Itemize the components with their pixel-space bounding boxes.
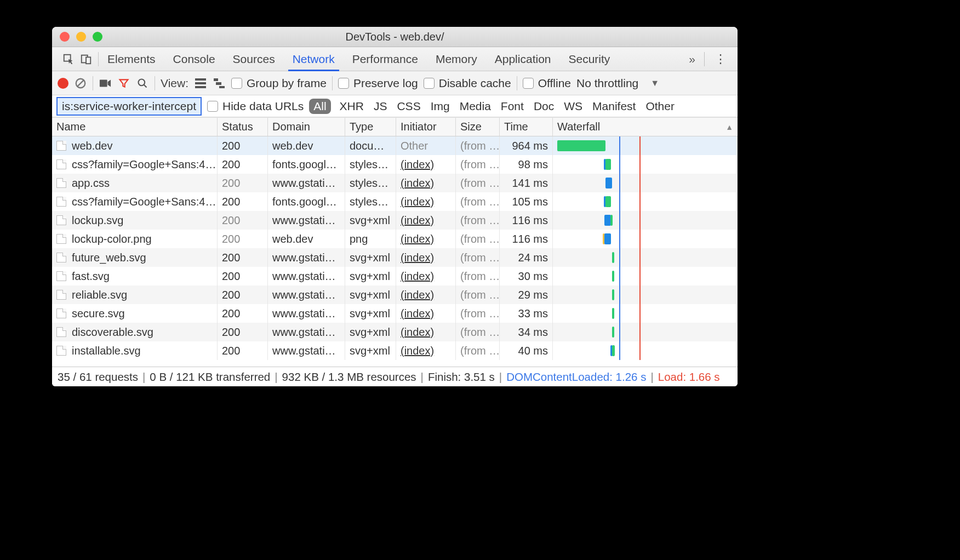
request-initiator[interactable]: (index) bbox=[396, 323, 456, 341]
request-initiator[interactable]: (index) bbox=[396, 267, 456, 285]
clear-icon[interactable] bbox=[74, 77, 87, 90]
col-size[interactable]: Size bbox=[456, 118, 500, 136]
file-icon bbox=[56, 159, 66, 169]
request-initiator[interactable]: (index) bbox=[396, 211, 456, 230]
filter-icon[interactable] bbox=[117, 77, 130, 90]
request-waterfall bbox=[553, 248, 738, 267]
table-row[interactable]: lockup-color.png 200 web.dev png (index)… bbox=[52, 230, 738, 248]
table-row[interactable]: css?family=Google+Sans:4… 200 fonts.goog… bbox=[52, 192, 738, 211]
col-status[interactable]: Status bbox=[218, 118, 268, 136]
divider bbox=[93, 76, 93, 90]
table-row[interactable]: reliable.svg 200 www.gstati… svg+xml (in… bbox=[52, 285, 738, 304]
large-rows-icon[interactable] bbox=[194, 77, 207, 90]
filter-all[interactable]: All bbox=[309, 99, 330, 114]
table-row[interactable]: secure.svg 200 www.gstati… svg+xml (inde… bbox=[52, 304, 738, 323]
group-by-frame-label: Group by frame bbox=[247, 77, 327, 90]
svg-rect-13 bbox=[219, 86, 225, 88]
svg-rect-8 bbox=[195, 78, 206, 81]
file-icon bbox=[56, 308, 66, 318]
panel-tabs: ElementsConsoleSourcesNetworkPerformance… bbox=[52, 47, 738, 71]
table-row[interactable]: fast.svg 200 www.gstati… svg+xml (index)… bbox=[52, 267, 738, 285]
tab-security[interactable]: Security bbox=[559, 47, 619, 71]
table-row[interactable]: future_web.svg 200 www.gstati… svg+xml (… bbox=[52, 248, 738, 267]
tab-memory[interactable]: Memory bbox=[427, 47, 486, 71]
col-waterfall[interactable]: Waterfall ▲ bbox=[553, 118, 738, 136]
status-transferred: 0 B / 121 KB transferred bbox=[150, 370, 270, 384]
svg-rect-9 bbox=[195, 82, 206, 84]
filter-media[interactable]: Media bbox=[456, 100, 494, 113]
status-load: Load: 1.66 s bbox=[658, 370, 720, 384]
table-row[interactable]: css?family=Google+Sans:4… 200 fonts.goog… bbox=[52, 155, 738, 174]
table-row[interactable]: lockup.svg 200 www.gstati… svg+xml (inde… bbox=[52, 211, 738, 230]
request-size: (from … bbox=[456, 192, 500, 211]
throttling-select[interactable]: No throttling ▼ bbox=[576, 77, 732, 90]
request-initiator[interactable]: (index) bbox=[396, 341, 456, 360]
col-type[interactable]: Type bbox=[345, 118, 396, 136]
table-row[interactable]: web.dev 200 web.dev docu… Other (from … … bbox=[52, 136, 738, 155]
filter-js[interactable]: JS bbox=[370, 100, 391, 113]
file-icon bbox=[56, 141, 66, 151]
window-title: DevTools - web.dev/ bbox=[52, 31, 738, 43]
request-waterfall bbox=[553, 304, 738, 323]
request-domain: www.gstati… bbox=[268, 174, 345, 192]
disable-cache-checkbox[interactable]: Disable cache bbox=[424, 77, 511, 90]
tab-sources[interactable]: Sources bbox=[224, 47, 284, 71]
tab-application[interactable]: Application bbox=[486, 47, 560, 71]
request-domain: www.gstati… bbox=[268, 304, 345, 323]
titlebar: DevTools - web.dev/ bbox=[52, 27, 738, 47]
request-initiator[interactable]: (index) bbox=[396, 155, 456, 174]
group-by-frame-checkbox[interactable]: Group by frame bbox=[231, 77, 327, 90]
filter-manifest[interactable]: Manifest bbox=[589, 100, 639, 113]
tab-network[interactable]: Network bbox=[284, 47, 344, 71]
record-button[interactable] bbox=[58, 78, 68, 89]
request-initiator[interactable]: (index) bbox=[396, 230, 456, 248]
overview-toggle-icon[interactable] bbox=[213, 77, 226, 90]
offline-checkbox[interactable]: Offline bbox=[523, 77, 571, 90]
table-row[interactable]: discoverable.svg 200 www.gstati… svg+xml… bbox=[52, 323, 738, 341]
file-icon bbox=[56, 178, 66, 188]
svg-point-6 bbox=[139, 79, 145, 85]
throttling-value: No throttling bbox=[576, 77, 638, 90]
filter-xhr[interactable]: XHR bbox=[336, 100, 367, 113]
request-waterfall bbox=[553, 211, 738, 230]
more-tabs-button[interactable]: » bbox=[683, 53, 701, 66]
request-name: reliable.svg bbox=[72, 289, 127, 301]
inspect-icon[interactable] bbox=[62, 53, 75, 66]
table-row[interactable]: app.css 200 www.gstati… styles… (index) … bbox=[52, 174, 738, 192]
request-name: css?family=Google+Sans:4… bbox=[72, 158, 216, 171]
svg-rect-2 bbox=[86, 57, 90, 64]
tab-elements[interactable]: Elements bbox=[99, 47, 164, 71]
search-icon[interactable] bbox=[136, 77, 149, 90]
camera-icon[interactable] bbox=[99, 77, 112, 90]
filter-doc[interactable]: Doc bbox=[530, 100, 557, 113]
col-time[interactable]: Time bbox=[500, 118, 553, 136]
preserve-log-checkbox[interactable]: Preserve log bbox=[338, 77, 418, 90]
col-initiator[interactable]: Initiator bbox=[396, 118, 456, 136]
request-initiator[interactable]: (index) bbox=[396, 248, 456, 267]
device-toggle-icon[interactable] bbox=[79, 53, 93, 66]
filter-ws[interactable]: WS bbox=[561, 100, 586, 113]
request-name: fast.svg bbox=[72, 270, 110, 283]
filter-other[interactable]: Other bbox=[642, 100, 678, 113]
request-initiator[interactable]: (index) bbox=[396, 192, 456, 211]
request-initiator: Other bbox=[396, 136, 456, 155]
col-name[interactable]: Name bbox=[52, 118, 218, 136]
request-type: svg+xml bbox=[345, 304, 396, 323]
filter-input[interactable] bbox=[56, 97, 202, 116]
filter-font[interactable]: Font bbox=[498, 100, 527, 113]
tab-console[interactable]: Console bbox=[164, 47, 224, 71]
request-initiator[interactable]: (index) bbox=[396, 304, 456, 323]
request-initiator[interactable]: (index) bbox=[396, 285, 456, 304]
filter-img[interactable]: Img bbox=[427, 100, 453, 113]
col-domain[interactable]: Domain bbox=[268, 118, 345, 136]
kebab-menu-icon[interactable]: ⋮ bbox=[708, 52, 733, 66]
tab-performance[interactable]: Performance bbox=[344, 47, 427, 71]
request-status: 200 bbox=[218, 285, 268, 304]
request-initiator[interactable]: (index) bbox=[396, 174, 456, 192]
filter-css[interactable]: CSS bbox=[393, 100, 424, 113]
checkbox-icon bbox=[231, 78, 242, 89]
table-row[interactable]: installable.svg 200 www.gstati… svg+xml … bbox=[52, 341, 738, 360]
request-waterfall bbox=[553, 267, 738, 285]
request-status: 200 bbox=[218, 341, 268, 360]
hide-data-urls-checkbox[interactable]: Hide data URLs bbox=[207, 100, 304, 113]
